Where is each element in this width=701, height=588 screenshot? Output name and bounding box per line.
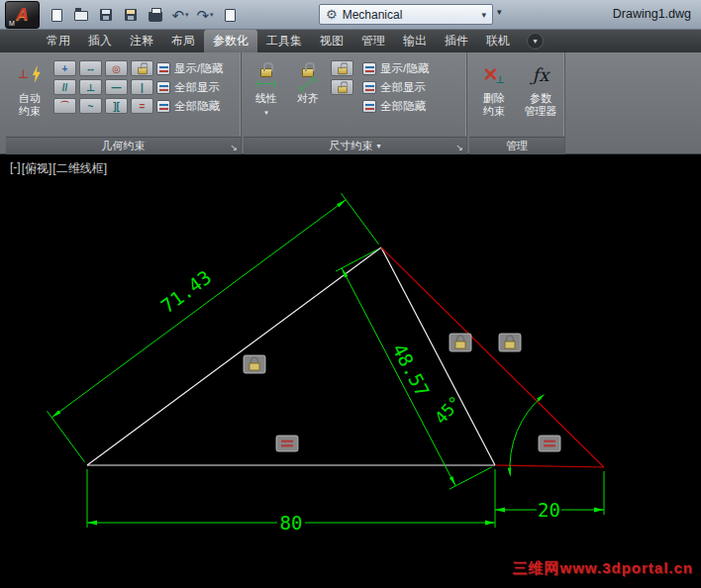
extension-line[interactable] [450,467,492,489]
left-slope-line[interactable] [87,247,381,465]
linear-constraint-button[interactable]: 线性 ▾ [248,56,285,135]
horizontal-constraint-button[interactable]: — [105,79,128,95]
open-file-button[interactable] [70,4,92,26]
viewport-minus-control[interactable]: [-] [10,160,21,177]
viewport-view-control[interactable]: [俯视] [22,160,52,177]
vertical-constraint-button[interactable]: | [131,79,153,95]
parameters-manager-button[interactable]: ƒx 参数 管理器 [519,56,562,135]
workspace-dropdown-icon: ▾ [481,10,486,20]
plot-button[interactable] [145,4,166,26]
convert-constraint-button[interactable] [331,79,353,95]
tab-parametric[interactable]: 参数化 [204,30,257,52]
collinear-constraint-button[interactable]: -- [79,60,102,76]
app-menu-button[interactable]: A M [5,1,40,29]
lightning-icon [31,65,42,83]
arrowhead [594,508,604,513]
tab-insert[interactable]: 插入 [79,30,121,52]
sheet-set-button[interactable] [219,4,241,26]
dimension-annotations: 71.43 48.57 45° 80 [48,193,605,533]
dim-text-left-slope[interactable]: 71.43 [156,266,215,318]
dimension-line[interactable] [51,200,346,418]
dim-text-angle[interactable]: 45° [431,392,465,428]
geo-show-all-button[interactable]: 全部显示 [156,79,223,95]
tab-online[interactable]: 联机 [477,30,519,52]
dim-show-hide-button[interactable]: 显示/隐藏 [362,60,429,76]
triangle-geometry [87,247,604,467]
save-button[interactable] [95,4,117,26]
coincident-constraint-button[interactable]: + [53,60,76,76]
show-all-icon [362,81,376,94]
hide-all-icon [362,100,376,113]
tab-toolsets[interactable]: 工具集 [257,30,311,52]
geometric-panel-title[interactable]: 几何约束 ↘ [6,137,241,154]
undo-button[interactable]: ↶ ▾ [169,4,191,26]
save-as-button[interactable] [120,4,142,26]
extension-line[interactable] [48,411,85,462]
linear-dim-mark-icon [257,80,275,88]
linear-dropdown-icon[interactable]: ▾ [264,106,268,119]
tab-plugins[interactable]: 插件 [436,30,477,52]
workspace-name: Mechanical [343,8,403,22]
redo-dropdown-icon: ▾ [210,11,214,19]
dialog-launcher-icon[interactable]: ↘ [230,144,238,152]
horizontal-constraint-badge[interactable] [539,436,560,451]
new-file-button[interactable] [46,4,67,26]
geo-hide-all-button[interactable]: 全部隐藏 [156,98,223,114]
panel-flyout-icon[interactable]: ▾ [376,142,380,150]
new-file-icon [51,9,62,22]
arrowhead [450,476,455,486]
tab-layout[interactable]: 布局 [162,30,204,52]
dim-hide-all-button[interactable]: 全部隐藏 [362,98,429,114]
undo-dropdown-icon: ▾ [185,11,189,19]
lock-constraint-badge[interactable] [244,355,265,373]
perpendicular-constraint-button[interactable]: ⊥ [79,79,102,95]
dimensional-panel-title[interactable]: 尺寸约束 ▾ ↘ [244,137,466,154]
qat-customize-button[interactable]: ▾ [497,7,502,17]
delete-constraints-button[interactable]: × ⊥ 删除 约束 [473,56,515,135]
redo-button[interactable]: ↷ ▾ [194,4,216,26]
ribbon-minimize-button[interactable]: ▾ [527,33,544,49]
fix-constraint-button[interactable] [131,60,153,76]
ribbon: ⊥ 自动 约束 + -- ◎ // ⊥ — | ⌒ ~ ][ = [0,52,701,154]
tangent-constraint-button[interactable]: ⌒ [53,98,76,114]
dim-show-all-button[interactable]: 全部显示 [362,79,429,95]
tab-home[interactable]: 常用 [38,30,79,52]
equal-constraint-button[interactable]: = [131,98,153,114]
dialog-launcher-icon[interactable]: ↘ [455,144,463,152]
base-extension-line[interactable] [495,465,604,467]
parallel-constraint-button[interactable]: // [53,79,76,95]
manage-panel-title[interactable]: 管理 [469,137,564,154]
angle-arc[interactable] [510,395,544,475]
lock-icon [338,86,348,93]
arrowhead [337,200,346,208]
show-hide-icon [156,62,170,75]
dimension-line[interactable] [342,268,455,486]
lock-constraint-badge[interactable] [450,334,471,351]
drawing-viewport[interactable]: 71.43 48.57 45° 80 [0,154,701,588]
lock-constraint-badge[interactable] [499,334,521,351]
dimensional-show-controls: 显示/隐藏 全部显示 全部隐藏 [362,60,429,114]
viewport-style-control[interactable]: [二维线框] [52,160,107,177]
tab-annotate[interactable]: 注释 [121,30,162,52]
symmetric-constraint-button[interactable]: ][ [105,98,128,114]
tab-view[interactable]: 视图 [311,30,352,52]
ribbon-minimize-icon: ▾ [533,37,537,46]
concentric-constraint-button[interactable]: ◎ [105,60,128,76]
aligned-constraint-button[interactable]: 对齐 [289,56,327,135]
geo-show-hide-button[interactable]: 显示/隐藏 [156,60,223,76]
horizontal-constraint-badge[interactable] [276,436,298,451]
constraint-icon-grid: + -- ◎ // ⊥ — | ⌒ ~ ][ = [53,60,153,114]
extension-line[interactable] [342,193,379,245]
dim-text-base[interactable]: 80 [280,512,303,534]
dim-text-extension[interactable]: 20 [538,499,560,521]
drawing-canvas[interactable]: [-] [俯视] [二维线框] 71.43 [0,154,701,588]
auto-constrain-button[interactable]: ⊥ 自动 约束 [8,56,51,135]
workspace-switcher[interactable]: ⚙ Mechanical ▾ [319,4,493,25]
tab-output[interactable]: 输出 [394,30,436,52]
hide-all-icon [156,100,170,113]
auto-constrain-icon: ⊥ [18,56,42,92]
tab-manage[interactable]: 管理 [352,30,394,52]
manage-panel: × ⊥ 删除 约束 ƒx 参数 管理器 管理 [469,52,565,154]
show-dynamic-constraints-button[interactable] [331,60,353,76]
smooth-constraint-button[interactable]: ~ [79,98,102,114]
